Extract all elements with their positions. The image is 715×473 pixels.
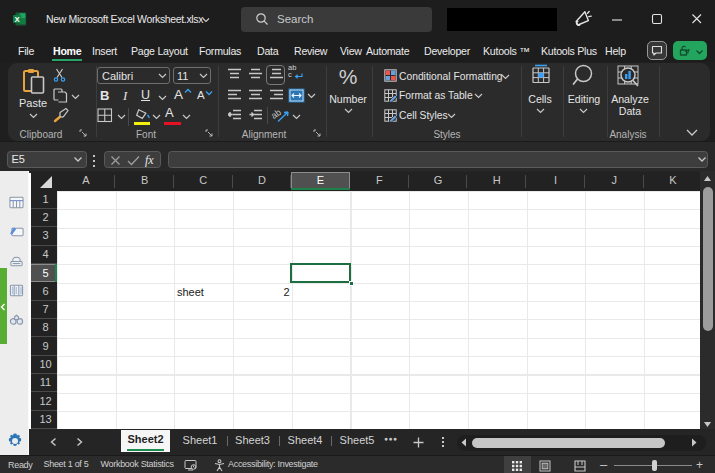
- svg-text:X: X: [15, 15, 21, 24]
